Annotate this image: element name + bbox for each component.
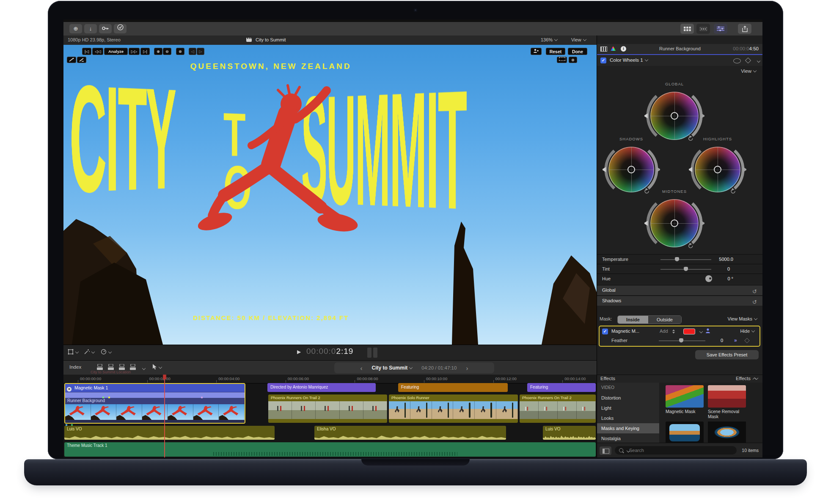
- next-item-button[interactable]: ▷: [197, 48, 204, 55]
- viewer-view-menu[interactable]: View: [571, 37, 586, 42]
- import-media-button[interactable]: ⊕: [69, 24, 82, 33]
- effect-keyframe-bar[interactable]: [65, 392, 245, 398]
- mask-shape-icon[interactable]: [733, 58, 741, 63]
- clip-phoenix-trail-1[interactable]: Phoenix Runners On Trail 2: [268, 394, 387, 423]
- viewer-zoom-menu[interactable]: 136%: [541, 37, 557, 42]
- media-browser-toggle[interactable]: [600, 446, 611, 455]
- view-masks-menu[interactable]: View Masks: [728, 316, 757, 321]
- cancel-selection-button[interactable]: ⊗: [569, 57, 577, 63]
- audio-meter-right[interactable]: [373, 348, 377, 358]
- mask-blend-menu[interactable]: Add: [660, 329, 668, 334]
- history-forward-button[interactable]: ›: [466, 364, 468, 372]
- effects-category-distortion[interactable]: Distortion: [597, 393, 659, 403]
- download-button[interactable]: ↓: [84, 24, 97, 33]
- wheel-center-handle[interactable]: [714, 166, 721, 173]
- effect-label[interactable]: Magnetic Mask: [666, 409, 704, 414]
- title-clip-featuring-1[interactable]: Featuring: [398, 383, 508, 392]
- effects-category-nostalgia[interactable]: Nostalgia: [597, 433, 659, 443]
- erase-stroke-tool[interactable]: [77, 57, 86, 63]
- timeline-view-button[interactable]: [696, 24, 710, 34]
- selected-clip-runner-background[interactable]: ✕ Magnetic Mask 1 Runner Background: [64, 383, 245, 424]
- clip-audio-band[interactable]: [65, 420, 245, 424]
- effects-category-looks[interactable]: Looks: [597, 413, 659, 423]
- wheel-center-handle[interactable]: [671, 112, 678, 120]
- slider-value[interactable]: 0 °: [727, 276, 733, 281]
- background-tasks-button[interactable]: [114, 24, 127, 33]
- effect-name-menu[interactable]: Color Wheels 1: [610, 58, 648, 63]
- keyframe-diamond-icon[interactable]: [745, 58, 751, 63]
- keyframe-diamond-icon[interactable]: [744, 338, 750, 343]
- audio-meter-left[interactable]: [367, 348, 371, 358]
- slider-thumb[interactable]: [684, 267, 688, 271]
- reset-button[interactable]: Reset: [546, 48, 565, 55]
- title-clip-directed[interactable]: Directed by Antonio Manriquez: [267, 383, 376, 392]
- timeline-project-menu[interactable]: City to Summit: [372, 365, 413, 371]
- global-reset-row[interactable]: Global ↺: [597, 285, 762, 295]
- effects-search-input[interactable]: [615, 446, 737, 455]
- slider-thumb[interactable]: [679, 338, 683, 342]
- wheel-center-handle[interactable]: [671, 219, 678, 227]
- step-back-button[interactable]: ◁◁: [92, 48, 103, 55]
- go-to-start-button[interactable]: |◁: [82, 48, 91, 55]
- analyze-button[interactable]: Analyze: [104, 48, 128, 55]
- inspector-toggle-button[interactable]: [714, 24, 727, 34]
- effect-thumb-draw-mask[interactable]: [666, 422, 704, 443]
- done-button[interactable]: Done: [568, 48, 587, 55]
- slider-thumb[interactable]: [675, 257, 679, 261]
- wheel-center-handle[interactable]: [627, 166, 635, 173]
- hue-knob[interactable]: [705, 275, 712, 282]
- effect-label[interactable]: Scene Removal Mask: [708, 409, 747, 419]
- mask-inside-segment[interactable]: Inside: [618, 316, 648, 323]
- audio-clip-luis-vo-1[interactable]: Luis VO: [64, 426, 275, 440]
- draw-stroke-tool[interactable]: [67, 57, 76, 63]
- playhead-handle[interactable]: [163, 375, 166, 379]
- effect-thumb-magnetic-mask[interactable]: [666, 385, 704, 408]
- stepper-icon[interactable]: [672, 328, 675, 335]
- add-person-button[interactable]: [531, 48, 542, 55]
- selection-rect-tool[interactable]: [557, 57, 567, 63]
- slider-value[interactable]: 0: [727, 266, 730, 271]
- audio-clip-theme-music[interactable]: Theme Music Track 1: [64, 442, 596, 457]
- tint-slider[interactable]: [660, 269, 711, 270]
- retime-menu[interactable]: [101, 349, 111, 355]
- effect-thumb-vignette-mask[interactable]: [708, 422, 746, 443]
- prev-item-button[interactable]: ◁: [189, 48, 196, 55]
- effects-sort-menu[interactable]: Effects: [736, 376, 758, 381]
- mask-enabled-checkbox[interactable]: ✓: [602, 329, 608, 334]
- slider-value[interactable]: 5000.0: [719, 257, 733, 262]
- step-forward-button[interactable]: ▷▷: [129, 48, 140, 55]
- effects-category-masks-and-keying[interactable]: Masks and Keying: [597, 423, 659, 433]
- audio-clip-luis-vo-2[interactable]: Luis VO: [543, 426, 596, 440]
- effect-enabled-checkbox[interactable]: ✓: [600, 58, 606, 63]
- temperature-slider[interactable]: [660, 259, 711, 260]
- mask-hide-menu[interactable]: Hide: [740, 329, 754, 334]
- go-to-end-button[interactable]: ▷|: [140, 48, 150, 55]
- chevron-down-icon[interactable]: [757, 59, 760, 63]
- keywords-button[interactable]: [99, 24, 112, 33]
- wheels-view-menu[interactable]: View: [741, 68, 756, 74]
- add-stroke-button[interactable]: ⊕: [154, 48, 162, 55]
- title-clip-featuring-2[interactable]: Featuring: [527, 383, 596, 392]
- save-effects-preset-button[interactable]: Save Effects Preset: [695, 350, 759, 359]
- reset-icon[interactable]: ↺: [752, 287, 757, 296]
- remove-stroke-button[interactable]: ⊖: [163, 48, 171, 55]
- goto-effect-icon[interactable]: »: [734, 337, 737, 343]
- clip-phoenix-trail-2[interactable]: Phoenix Runners On Trail 2: [520, 394, 596, 423]
- playhead[interactable]: [164, 375, 165, 457]
- effect-thumb-scene-removal[interactable]: [708, 385, 746, 408]
- transform-tool-menu[interactable]: [68, 349, 78, 355]
- timeline-ruler[interactable]: 00:00:00:0000:00:02:0000:00:04:0000:00:0…: [63, 375, 597, 383]
- shadows-reset-row[interactable]: Shadows ↺: [597, 296, 762, 306]
- audio-clip-elisha-vo[interactable]: Elisha VO: [314, 426, 506, 440]
- enhancements-menu[interactable]: [84, 349, 94, 355]
- play-button[interactable]: ▶: [297, 349, 301, 355]
- clip-filmstrip[interactable]: [65, 404, 245, 420]
- reset-icon[interactable]: ↺: [752, 297, 757, 307]
- clip-phoenix-solo[interactable]: Phoenix Solo Runner: [389, 394, 518, 423]
- magnetic-mask-effect-bar[interactable]: ✕ Magnetic Mask 1: [65, 384, 245, 392]
- remove-effect-icon[interactable]: ✕: [67, 387, 72, 392]
- feather-value[interactable]: 0: [721, 338, 723, 343]
- mask-color-swatch[interactable]: [683, 329, 695, 334]
- effects-category-light[interactable]: Light: [597, 403, 659, 413]
- browser-view-button[interactable]: [680, 24, 694, 34]
